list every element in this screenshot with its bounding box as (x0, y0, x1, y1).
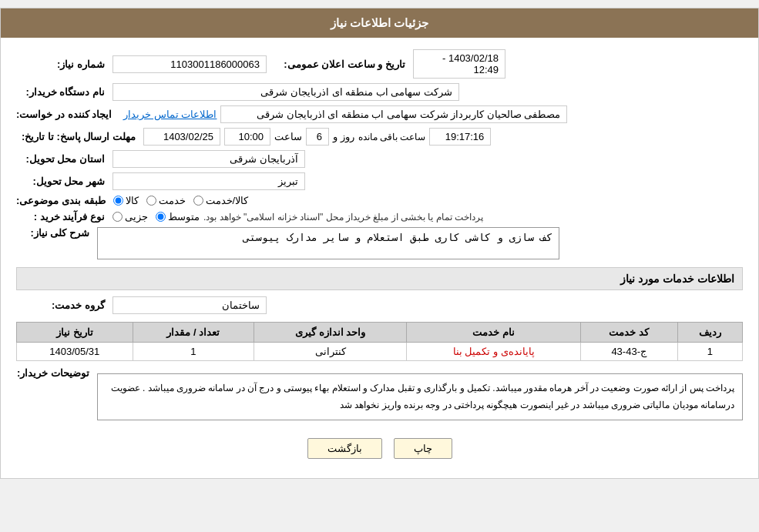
row-tabaqe: کالا/خدمت خدمت کالا طبقه بندی موضوعی: (16, 195, 743, 206)
tawzihat-box: پرداخت پس از ارائه صورت وضعیت در آخر هرم… (97, 373, 743, 420)
novfarayand-note: پرداخت تمام یا بخشی از مبلغ خریداز محل "… (203, 212, 483, 223)
content-area: 1403/02/18 - 12:49 تاریخ و ساعت اعلان عم… (1, 38, 758, 478)
services-table-section: ردیف کد خدمت نام خدمت واحد اندازه گیری ت… (16, 322, 743, 361)
shahr-label: شهر محل تحویل: (16, 176, 109, 187)
ostan-value: آذربایجان شرقی (113, 150, 305, 168)
radio-kala-khadamat-input[interactable] (193, 196, 203, 206)
header-title: جزئیات اطلاعات نیاز (331, 16, 428, 29)
novfarayand-label: نوع فرآیند خرید : (16, 211, 109, 223)
tarikh-elan-label: تاریخ و ساعت اعلان عمومی: (270, 59, 409, 70)
radio-kala-input[interactable] (113, 196, 123, 206)
main-container: جزئیات اطلاعات نیاز 1403/02/18 - 12:49 ت… (0, 8, 759, 479)
cell-nam: پایانده‌ی و تکمیل بنا (407, 343, 580, 361)
col-tedad: تعداد / مقدار (133, 323, 254, 343)
sharh-koli-label: شرح کلی نیاز: (16, 227, 93, 239)
sharh-koli-textarea[interactable] (97, 227, 559, 259)
tabaqe-label: طبقه بندی موضوعی: (16, 195, 109, 206)
radio-khadamat: خدمت (146, 195, 186, 206)
col-vahed: واحد اندازه گیری (254, 323, 407, 343)
baghimande-value: 19:17:16 (429, 128, 491, 146)
back-button[interactable]: بازگشت (307, 438, 382, 459)
col-nam: نام خدمت (407, 323, 580, 343)
radio-kala-khadamat-label: کالا/خدمت (206, 195, 249, 206)
tarikh-elan-value: 1403/02/18 - 12:49 (413, 49, 505, 79)
row-grouh-khadamat: ساختمان گروه خدمت: (16, 296, 743, 314)
radio-motavaset-input[interactable] (156, 212, 166, 222)
shomara-niaz-value: 1103001186000063 (113, 55, 267, 73)
ijad-konande-label: ایجاد کننده در خواست: (16, 109, 116, 120)
row-tawzihat: پرداخت پس از ارائه صورت وضعیت در آخر هرم… (16, 367, 743, 427)
services-table: ردیف کد خدمت نام خدمت واحد اندازه گیری ت… (16, 322, 743, 361)
col-radif: ردیف (677, 323, 742, 343)
table-row: 1 ج-43-43 پایانده‌ی و تکمیل بنا کنترانی … (17, 343, 743, 361)
row-nam-dastgah: شرکت سهامی اب منطقه ای اذربایجان شرقی نا… (16, 83, 743, 101)
row-ijad-konande: مصطفی صالحیان کاربرداز شرکت سهامی اب منط… (16, 105, 743, 123)
radio-jozii-input[interactable] (113, 212, 123, 222)
shomara-niaz-label: شماره نیاز: (16, 59, 109, 70)
row-shahr: تبریز شهر محل تحویل: (16, 172, 743, 190)
col-tarikh: تاریخ نیاز (17, 323, 133, 343)
cell-vahed: کنترانی (254, 343, 407, 361)
buttons-row: چاپ بازگشت (16, 438, 743, 459)
saat-value: 10:00 (224, 128, 270, 146)
grouh-khadamat-value: ساختمان (113, 296, 267, 314)
radio-khadamat-input[interactable] (146, 196, 156, 206)
row-mohlat: 19:17:16 ساعت باقی مانده روز و 6 ساعت 10… (16, 128, 743, 146)
nam-dastgah-label: نام دستگاه خریدار: (16, 86, 109, 98)
print-button[interactable]: چاپ (394, 438, 452, 459)
row-sharh-koli: شرح کلی نیاز: (16, 227, 743, 259)
page-header: جزئیات اطلاعات نیاز (1, 8, 758, 38)
row-ostan: آذربایجان شرقی استان محل تحویل: (16, 150, 743, 168)
radio-kala-label: کالا (126, 195, 139, 206)
radio-kala: کالا (113, 195, 139, 206)
khadamat-section-title: اطلاعات خدمات مورد نیاز (16, 267, 743, 290)
radio-motavaset: متوسط (156, 211, 200, 223)
baghimande-label: ساعت باقی مانده (358, 132, 426, 142)
cell-tarikh: 1403/05/31 (17, 343, 133, 361)
ostan-label: استان محل تحویل: (16, 153, 109, 165)
cell-kod: ج-43-43 (580, 343, 677, 361)
ettelaat-tamas-link[interactable]: اطلاعات تماس خریدار (123, 109, 217, 120)
row-shomara: 1403/02/18 - 12:49 تاریخ و ساعت اعلان عم… (16, 49, 743, 79)
cell-tedad: 1 (133, 343, 254, 361)
roz-value: 6 (306, 128, 329, 146)
col-kod: کد خدمت (580, 323, 677, 343)
saat-label2: ساعت (274, 131, 302, 142)
radio-jozii-label: جزیی (125, 211, 148, 223)
mohlat-label: مهلت ارسال پاسخ: تا تاریخ: (16, 131, 139, 142)
tarikh-value: 1403/02/25 (143, 128, 220, 146)
radio-jozii: جزیی (113, 211, 148, 223)
shahr-value: تبریز (113, 172, 305, 190)
novfarayand-radio-group: متوسط جزیی (113, 211, 200, 223)
roz-label: روز و (333, 131, 354, 142)
nam-dastgah-value: شرکت سهامی اب منطقه ای اذربایجان شرقی (113, 83, 459, 101)
row-novfarayand: پرداخت تمام یا بخشی از مبلغ خریداز محل "… (16, 211, 743, 223)
radio-kala-khadamat: کالا/خدمت (193, 195, 249, 206)
tabaqe-radio-group: کالا/خدمت خدمت کالا (113, 195, 249, 206)
grouh-khadamat-label: گروه خدمت: (16, 299, 109, 311)
ijad-konande-value: مصطفی صالحیان کاربرداز شرکت سهامی اب منط… (220, 105, 567, 123)
radio-khadamat-label: خدمت (159, 195, 186, 206)
cell-radif: 1 (677, 343, 742, 361)
tawzihat-label: توضیحات خریدار: (16, 367, 93, 379)
radio-motavaset-label: متوسط (168, 211, 200, 223)
